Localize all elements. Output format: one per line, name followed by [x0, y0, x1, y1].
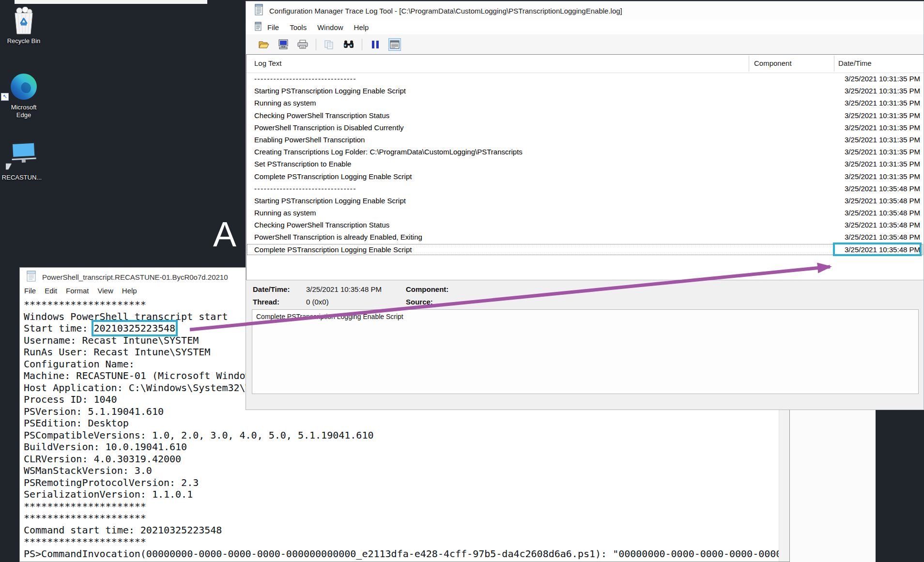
log-row-text: PowerShell Transcription is Disabled Cur… — [254, 122, 403, 134]
cmtrace-app-icon — [255, 4, 264, 17]
background-window-top-edge — [15, 0, 207, 4]
np-menu-view[interactable]: View — [93, 286, 118, 295]
menu-window[interactable]: Window — [312, 23, 348, 31]
log-row-text: Creating Transcriptions Log Folder: C:\P… — [254, 146, 523, 158]
log-row-text: Running as system — [254, 207, 316, 219]
notepad-line: Command start time: 20210325223548 — [24, 524, 779, 536]
wallpaper-letter: A — [213, 217, 236, 252]
log-row[interactable]: Complete PSTranscription Logging Enable … — [246, 243, 924, 256]
detail-pane: Date/Time: 3/25/2021 10:35:48 PM Compone… — [246, 280, 924, 410]
notepad-line: PS>CommandInvocation(00000000-0000-0000-… — [24, 548, 779, 560]
desktop: A Recycle Bin ↖ Microsoft Edge — [0, 0, 924, 562]
cmtrace-window: Configuration Manager Trace Log Tool - [… — [246, 1, 924, 410]
menu-tools[interactable]: Tools — [284, 23, 312, 31]
log-layout-icon[interactable] — [388, 38, 401, 51]
log-row-text: Checking PowerShell Transcription Status — [254, 109, 389, 122]
log-list: Log Text Component Date/Time -----------… — [246, 54, 924, 280]
detail-datetime-label: Date/Time: — [253, 285, 290, 293]
log-row[interactable]: PowerShell Transcription is already Enab… — [246, 231, 924, 243]
log-row-text: Enabling PowerShell Transcription — [254, 134, 365, 146]
log-row[interactable]: Set PSTranscription to Enable3/25/2021 1… — [246, 158, 924, 170]
cmtrace-menubar: FileToolsWindowHelp — [246, 20, 924, 35]
desktop-icon-recastun[interactable]: RECASTUN... — [0, 141, 46, 182]
column-divider[interactable] — [749, 56, 749, 72]
desktop-icon-recycle-bin[interactable]: Recycle Bin — [2, 7, 46, 45]
np-menu-help[interactable]: Help — [118, 286, 141, 295]
notepad-line: PSCompatibleVersions: 1.0, 2.0, 3.0, 4.0… — [24, 429, 779, 441]
desktop-icon-label: Recycle Bin — [2, 37, 46, 45]
log-row-datetime: 3/25/2021 10:31:35 PM — [834, 122, 920, 134]
notepad-line: ********************* — [24, 512, 779, 524]
log-row-datetime: 3/25/2021 10:31:35 PM — [834, 109, 920, 122]
highlight-box-log-datetime — [833, 243, 922, 256]
notepad-line: CLRVersion: 4.0.30319.42000 — [24, 453, 779, 465]
log-row[interactable]: Checking PowerShell Transcription Status… — [246, 109, 924, 122]
log-row-text: Set PSTranscription to Enable — [254, 158, 351, 170]
log-row[interactable]: Enabling PowerShell Transcription3/25/20… — [246, 134, 924, 146]
log-row[interactable]: Creating Transcriptions Log Folder: C:\P… — [246, 146, 924, 158]
detail-component-label: Component: — [406, 285, 448, 293]
find-icon[interactable] — [342, 38, 355, 51]
log-row-datetime: 3/25/2021 10:31:35 PM — [834, 85, 920, 97]
cmtrace-menubar-items: FileToolsWindowHelp — [262, 23, 374, 31]
notepad-title: PowerShell_transcript.RECASTUNE-01.BycR0… — [42, 273, 228, 281]
notepad-icon — [27, 270, 36, 284]
detail-thread-label: Thread: — [253, 298, 279, 306]
menu-help[interactable]: Help — [349, 23, 374, 31]
log-row-datetime: 3/25/2021 10:31:35 PM — [834, 73, 920, 85]
desktop-icon-label: RECASTUN... — [0, 174, 46, 182]
cmtrace-titlebar[interactable]: Configuration Manager Trace Log Tool - [… — [246, 1, 924, 20]
open-file-icon[interactable] — [258, 38, 270, 51]
menu-file[interactable]: File — [262, 23, 284, 31]
edge-icon: ↖ — [2, 74, 46, 100]
column-divider[interactable] — [834, 56, 834, 72]
cmtrace-toolbar — [246, 34, 924, 55]
column-header-log-text[interactable]: Log Text — [254, 59, 281, 67]
notepad-line: PSRemotingProtocolVersion: 2.3 — [24, 477, 779, 489]
log-row-datetime: 3/25/2021 10:31:35 PM — [834, 170, 920, 182]
column-header-component[interactable]: Component — [754, 59, 792, 67]
log-row[interactable]: Running as system3/25/2021 10:31:35 PM — [246, 97, 924, 109]
log-row-text: -------------------------------- — [254, 182, 356, 195]
log-row[interactable]: Complete PSTranscription Logging Enable … — [246, 170, 924, 182]
log-row-text: Starting PSTranscription Logging Enable … — [254, 85, 406, 97]
log-row-datetime: 3/25/2021 10:31:35 PM — [834, 97, 920, 109]
column-header-datetime[interactable]: Date/Time — [838, 59, 872, 67]
np-menu-file[interactable]: File — [20, 286, 40, 295]
log-row[interactable]: Running as system3/25/2021 10:35:48 PM — [246, 207, 924, 219]
log-row-datetime: 3/25/2021 10:35:48 PM — [834, 231, 920, 243]
log-row[interactable]: Starting PSTranscription Logging Enable … — [246, 195, 924, 207]
notepad-line: ********************* — [24, 501, 779, 513]
log-row-datetime: 3/25/2021 10:31:35 PM — [834, 158, 920, 170]
notepad-line: SerializationVersion: 1.1.0.1 — [24, 488, 779, 501]
log-row-text: Complete PSTranscription Logging Enable … — [254, 243, 412, 256]
notepad-line: PSEdition: Desktop — [24, 417, 779, 429]
computer-icon[interactable] — [277, 38, 290, 51]
log-row-text: -------------------------------- — [254, 73, 356, 85]
log-row[interactable]: PowerShell Transcription is Disabled Cur… — [246, 122, 924, 134]
log-row[interactable]: --------------------------------3/25/202… — [246, 182, 924, 195]
log-row-text: Running as system — [254, 97, 316, 109]
background-window — [789, 410, 876, 562]
notepad-line: ********************* — [24, 536, 779, 548]
log-row-text: Complete PSTranscription Logging Enable … — [254, 170, 412, 182]
pause-icon[interactable] — [369, 38, 382, 51]
log-row[interactable]: Checking PowerShell Transcription Status… — [246, 219, 924, 231]
np-menu-edit[interactable]: Edit — [40, 286, 62, 295]
log-list-header: Log Text Component Date/Time — [246, 55, 924, 73]
log-row-datetime: 3/25/2021 10:35:48 PM — [834, 195, 920, 207]
highlight-box-start-time: 20210325223548 — [94, 322, 176, 334]
log-row[interactable]: Starting PSTranscription Logging Enable … — [246, 85, 924, 97]
log-row-text: PowerShell Transcription is already Enab… — [254, 231, 422, 243]
notepad-menubar-items: FileEditFormatViewHelp — [20, 287, 141, 295]
detail-message-box[interactable]: Complete PSTranscription Logging Enable … — [252, 309, 919, 394]
log-row-datetime: 3/25/2021 10:35:48 PM — [834, 182, 920, 195]
detail-message: Complete PSTranscription Logging Enable … — [256, 313, 403, 320]
copy-icon[interactable] — [323, 38, 336, 51]
detail-datetime-value: 3/25/2021 10:35:48 PM — [306, 285, 382, 293]
print-icon[interactable] — [296, 38, 309, 51]
log-row-text: Checking PowerShell Transcription Status — [254, 219, 389, 231]
log-row[interactable]: --------------------------------3/25/202… — [246, 73, 924, 85]
desktop-icon-microsoft-edge[interactable]: ↖ Microsoft Edge — [2, 74, 46, 119]
np-menu-format[interactable]: Format — [62, 286, 93, 295]
